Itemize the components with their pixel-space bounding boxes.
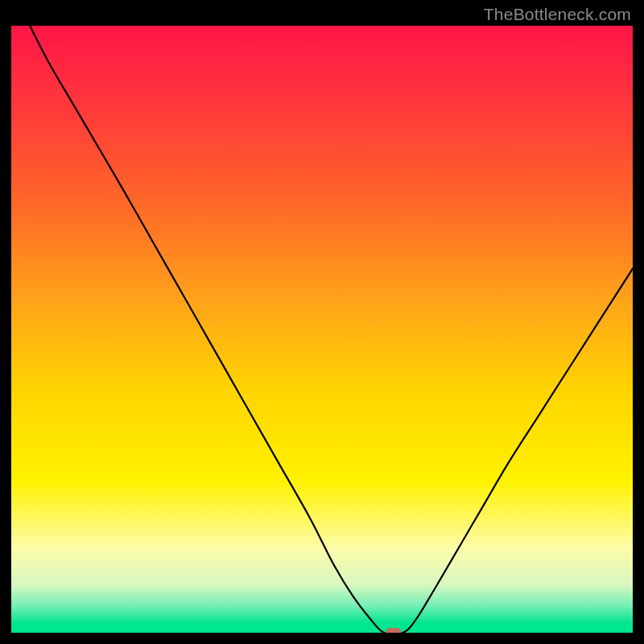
bottleneck-chart [11, 26, 633, 633]
chart-frame [11, 26, 633, 633]
optimal-point-marker [386, 628, 402, 633]
attribution-text: TheBottleneck.com [484, 5, 631, 24]
